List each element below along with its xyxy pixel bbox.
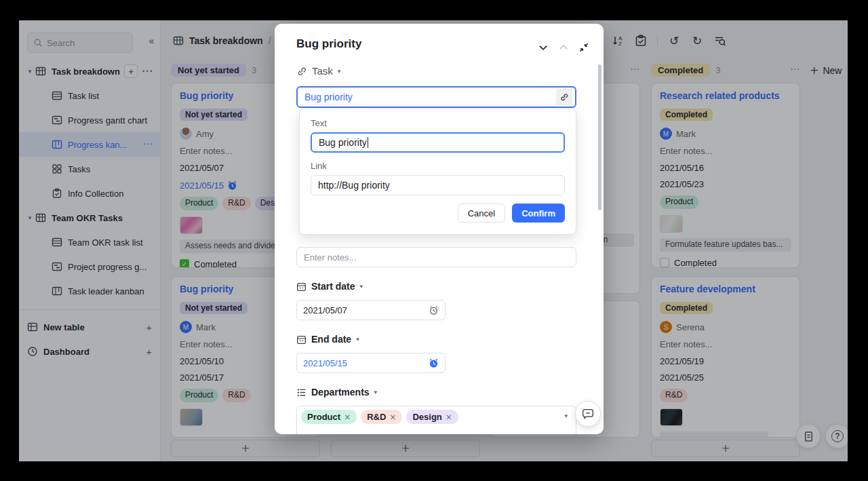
notes-input[interactable]: Enter notes... [296,247,576,267]
caret-down-icon[interactable]: ▾ [564,412,568,419]
text-cursor [368,137,368,148]
start-date-label: Start date [311,281,355,292]
caret-down-icon: ▾ [356,336,359,343]
remove-tag-icon[interactable]: × [446,412,452,422]
calendar-icon [296,334,307,345]
departments-input[interactable]: Product × R&D × Design × ▾ [296,406,576,434]
link-icon [296,66,307,77]
record-type-label: Task [312,65,333,77]
modal-scrollbar[interactable] [598,64,601,210]
department-tag-design[interactable]: Design × [406,410,458,424]
task-name-field[interactable]: Bug priority [296,86,576,108]
text-field-label: Text [311,118,565,128]
remove-tag-icon[interactable]: × [389,412,396,422]
departments-field-label[interactable]: Departments ▾ [296,387,377,398]
alarm-icon-active [429,358,439,368]
start-date-input[interactable]: 2021/05/07 [296,300,446,320]
text-input[interactable]: Bug priority [311,132,565,153]
departments-label: Departments [311,387,370,398]
department-tag-rd[interactable]: R&D × [361,410,402,424]
alarm-icon [429,305,439,315]
end-date-field-label[interactable]: End date ▾ [296,334,359,345]
start-date-value: 2021/05/07 [303,305,347,315]
link-input[interactable]: http://Bug priority [311,175,565,195]
confirm-button[interactable]: Confirm [512,204,565,223]
modal-title: Bug priority [296,37,361,51]
prev-record-chevron-down-icon[interactable] [537,41,549,54]
end-date-label: End date [311,334,351,345]
record-type-dropdown[interactable]: Task ▾ [296,65,340,77]
calendar-icon [296,282,307,292]
text-input-value: Bug priority [319,137,367,148]
app-window: Search « ▾ Task breakdown + ··· Task lis… [19,20,848,461]
tag-label: Product [307,412,340,422]
remove-tag-icon[interactable]: × [344,412,351,422]
task-name-value: Bug priority [304,92,556,102]
caret-down-icon: ▾ [360,283,363,290]
tag-label: R&D [367,412,386,422]
link-field-label: Link [311,161,565,171]
next-record-chevron-up-icon[interactable] [557,41,570,54]
department-tag-product[interactable]: Product × [301,410,357,424]
tag-label: Design [412,412,441,422]
cancel-button[interactable]: Cancel [458,204,505,223]
edit-link-button[interactable] [556,89,572,105]
record-detail-modal: Bug priority Task ▾ Bug priority Text Bu… [275,24,604,434]
end-date-value: 2021/05/15 [303,358,347,368]
comment-bubble-icon [582,408,594,420]
collapse-modal-icon[interactable] [578,41,590,54]
comment-button[interactable] [575,401,601,427]
link-edit-popover: Text Bug priority Link http://Bug priori… [299,108,576,235]
end-date-input[interactable]: 2021/05/15 [296,353,446,373]
start-date-field-label[interactable]: Start date ▾ [296,281,363,292]
link-input-value: http://Bug priority [318,180,390,191]
caret-down-icon: ▾ [374,389,378,396]
multiselect-icon [296,387,307,398]
caret-down-icon: ▾ [338,68,341,75]
